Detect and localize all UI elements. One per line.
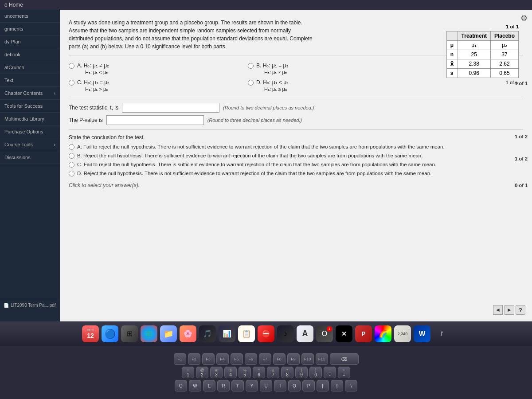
key-delete[interactable]: ⌫ — [330, 353, 359, 365]
key-f6[interactable]: F6 — [245, 353, 257, 365]
conclusion-option-a[interactable]: A. Fail to reject the null hypothesis. T… — [69, 143, 523, 150]
option-a-radio[interactable] — [69, 63, 74, 69]
taskbar-music2[interactable]: ♪ — [277, 325, 294, 342]
taskbar-browser[interactable]: 🌐 — [141, 325, 157, 342]
home-link[interactable]: e Home — [4, 2, 23, 8]
key-f2[interactable]: F2 — [188, 353, 200, 365]
option-b-radio[interactable] — [248, 63, 254, 69]
sidebar-item-gradebook[interactable]: debook — [0, 48, 60, 61]
table-row-s: s 0.96 0.65 — [446, 69, 518, 78]
sidebar-item-multimedia[interactable]: Multimedia Library — [0, 113, 60, 125]
option-c-label[interactable]: C. H₀: μ₁ = μ₂ H₁: μ₁ > μ₂ — [69, 79, 244, 92]
key-8[interactable]: *8 — [281, 367, 293, 378]
p-value-input[interactable] — [106, 115, 204, 125]
gear-button[interactable]: ⚙ — [520, 13, 528, 23]
key-y[interactable]: Y — [246, 380, 258, 391]
key-0[interactable]: )0 — [309, 367, 322, 378]
sidebar-item-assignments[interactable]: gnments — [0, 23, 60, 35]
option-a-label[interactable]: A. H₀: μ₁ ≠ μ₂ H₁: μ₁ < μ₂ — [69, 62, 244, 75]
table-cell-xbar2: 2.62 — [490, 59, 518, 69]
key-o[interactable]: O — [288, 380, 301, 391]
option-c-radio[interactable] — [69, 80, 74, 86]
conclusion-label: State the conclusion for the test. — [69, 134, 523, 141]
taskbar-launchpad[interactable]: ⊞ — [121, 325, 138, 342]
taskbar-music[interactable]: 🎵 — [199, 325, 216, 342]
key-minus[interactable]: _- — [324, 367, 336, 378]
conclusion-radio-a[interactable] — [69, 144, 74, 150]
taskbar-a-app[interactable]: A — [297, 325, 313, 342]
taskbar-files[interactable]: 📁 — [160, 325, 177, 342]
key-plus[interactable]: += — [338, 367, 350, 378]
help-button[interactable]: ? — [516, 305, 525, 315]
option-d-radio[interactable] — [248, 80, 254, 86]
key-f7[interactable]: F7 — [259, 353, 271, 365]
conclusion-option-d[interactable]: D. Reject the null hypothesis. There is … — [69, 170, 523, 177]
qwerty-key-row: Q W E R T Y U I O P [ ] \ — [175, 380, 357, 391]
key-i[interactable]: I — [274, 380, 286, 391]
pdf-link[interactable]: 📄 LIT2090 Term Pa....pdf — [0, 300, 60, 310]
sidebar-item-tools[interactable]: Tools for Success — [0, 100, 60, 113]
key-bracket-left[interactable]: [ — [317, 380, 329, 391]
taskbar-badge-app[interactable]: 2,349 — [394, 325, 411, 342]
key-p[interactable]: P — [302, 380, 315, 391]
key-6[interactable]: ^6 — [253, 367, 265, 378]
sidebar-item-purchase[interactable]: Purchase Options — [0, 125, 60, 138]
key-t[interactable]: T — [231, 380, 244, 391]
taskbar-photos[interactable]: 🌸 — [180, 325, 196, 342]
conclusion-option-c[interactable]: C. Fail to reject the null hypothesis. T… — [69, 161, 523, 168]
key-5[interactable]: %5 — [239, 367, 251, 378]
taskbar-f-app[interactable]: f — [433, 325, 450, 342]
key-u[interactable]: U — [260, 380, 272, 391]
taskbar-stats[interactable]: 📊 — [219, 325, 235, 342]
key-1[interactable]: !1 — [182, 367, 194, 378]
key-w[interactable]: W — [189, 380, 201, 391]
taskbar-finder[interactable]: 🔵 — [102, 325, 118, 342]
sidebar-item-discussions[interactable]: Discussions — [0, 151, 60, 164]
taskbar-calendar[interactable]: DEC 12 — [82, 325, 99, 342]
option-b-label[interactable]: B. H₀: μ₁ = μ₂ H₁: μ₁ ≠ μ₂ — [248, 62, 423, 75]
table-header-treatment: Treatment — [458, 31, 490, 41]
sidebar-item-text[interactable]: Text — [0, 74, 60, 87]
taskbar-stop[interactable]: ⛔ — [258, 325, 274, 342]
taskbar-timer[interactable]: O 1 — [316, 325, 333, 342]
conclusion-option-b[interactable]: B. Reject the null hypothesis. There is … — [69, 152, 523, 159]
taskbar-p-app[interactable]: P — [355, 325, 372, 342]
option-b-sub: H₁: μ₁ ≠ μ₂ — [264, 70, 289, 75]
test-statistic-input[interactable] — [122, 103, 219, 113]
key-f11[interactable]: F11 — [316, 353, 328, 365]
sidebar-item-chapter-contents[interactable]: Chapter Contents › — [0, 87, 60, 100]
key-2[interactable]: @2 — [196, 367, 208, 378]
taskbar-document[interactable]: 📋 — [238, 325, 255, 342]
key-f4[interactable]: F4 — [216, 353, 229, 365]
option-d-label[interactable]: D. H₀: μ₁ < μ₂ H₁: μ₁ ≥ μ₂ — [248, 79, 423, 92]
prev-button[interactable]: ◄ — [493, 305, 503, 315]
conclusion-radio-b[interactable] — [69, 153, 74, 159]
key-f8[interactable]: F8 — [273, 353, 286, 365]
taskbar-w-app[interactable]: W — [414, 325, 430, 342]
sidebar-item-course-tools[interactable]: Course Tools › — [0, 138, 60, 151]
sidebar-item-announcements[interactable]: uncements — [0, 10, 60, 23]
key-f9[interactable]: F9 — [287, 353, 300, 365]
sidebar-item-statcrunch[interactable]: atCrunch — [0, 61, 60, 74]
option-b-text: B. H₀: μ₁ = μ₂ — [256, 62, 289, 70]
key-7[interactable]: &7 — [267, 367, 279, 378]
key-q[interactable]: Q — [175, 380, 187, 391]
next-button[interactable]: ► — [505, 305, 514, 315]
conclusion-radio-d[interactable] — [69, 171, 74, 176]
key-backslash[interactable]: \ — [345, 380, 357, 391]
taskbar-x-app[interactable]: ✕ — [336, 325, 352, 342]
key-r[interactable]: R — [217, 380, 230, 391]
key-3[interactable]: #3 — [210, 367, 223, 378]
key-9[interactable]: (9 — [295, 367, 308, 378]
key-e[interactable]: E — [203, 380, 215, 391]
key-f1[interactable]: F1 — [174, 353, 186, 365]
key-4[interactable]: $4 — [224, 367, 237, 378]
key-f3[interactable]: F3 — [202, 353, 215, 365]
option-c-text: C. H₀: μ₁ = μ₂ — [77, 79, 110, 86]
key-f10[interactable]: F10 — [301, 353, 314, 365]
conclusion-radio-c[interactable] — [69, 162, 74, 168]
sidebar-item-study-plan[interactable]: dy Plan — [0, 35, 60, 48]
taskbar-color[interactable]: 🌈 — [375, 325, 391, 342]
key-bracket-right[interactable]: ] — [331, 380, 343, 391]
key-f5[interactable]: F5 — [231, 353, 243, 365]
